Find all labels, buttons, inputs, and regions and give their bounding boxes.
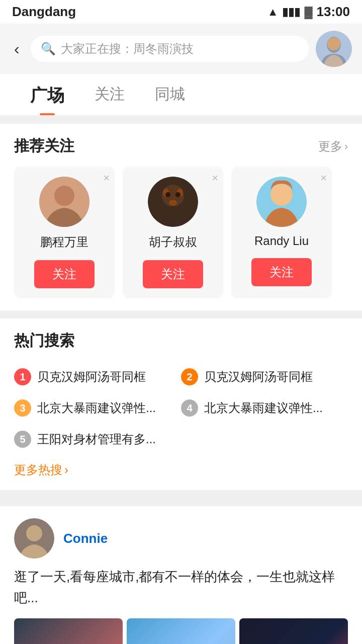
recommend-card-1: × 鹏程万里 关注 — [14, 167, 115, 298]
search-icon: 🔍 — [41, 42, 56, 56]
hot-search-section: 热门搜索 1 贝克汉姆阿汤哥同框 2 贝克汉姆阿汤哥同框 3 北京大暴雨建议弹性… — [0, 318, 362, 490]
hot-text-3: 北京大暴雨建议弹性... — [37, 400, 156, 416]
card-avatar-3 — [256, 177, 307, 227]
recommend-section: 推荐关注 更多 › × 鹏程万里 关注 × — [0, 124, 362, 310]
more-label: 更多 — [318, 138, 342, 154]
back-button[interactable]: ‹ — [10, 38, 24, 60]
card-avatar-2 — [148, 177, 198, 227]
search-placeholder: 大家正在搜：周冬雨演技 — [61, 41, 194, 57]
more-link[interactable]: 更多 › — [318, 138, 348, 154]
card-name-2: 胡子叔叔 — [149, 234, 197, 250]
hot-item-1[interactable]: 1 贝克汉姆阿汤哥同框 — [14, 361, 181, 392]
hot-text-4: 北京大暴雨建议弹性... — [204, 400, 323, 416]
feed-user-avatar[interactable] — [14, 518, 54, 558]
section-divider — [0, 490, 362, 498]
svg-point-12 — [175, 192, 180, 197]
user-avatar[interactable] — [316, 31, 352, 67]
svg-point-5 — [54, 186, 74, 206]
feed-images — [14, 618, 348, 644]
rank-badge-4: 4 — [181, 399, 198, 417]
svg-point-16 — [26, 525, 42, 541]
recommend-card-3: × Randy Liu 关注 — [231, 167, 332, 298]
card-avatar-1 — [39, 177, 89, 227]
status-icons: ▲ ▮▮▮ ▓ 13:00 — [267, 4, 350, 20]
battery-icon: ▓ — [304, 6, 312, 19]
more-hot-label: 更多热搜 — [14, 462, 62, 478]
hot-item-2[interactable]: 2 贝克汉姆阿汤哥同框 — [181, 361, 348, 392]
close-icon-3[interactable]: × — [320, 172, 327, 185]
signal-icon: ▮▮▮ — [282, 6, 300, 19]
rank-badge-1: 1 — [14, 368, 31, 385]
search-bar[interactable]: 🔍 大家正在搜：周冬雨演技 — [31, 36, 309, 62]
recommend-cards: × 鹏程万里 关注 × — [14, 167, 348, 298]
follow-button-2[interactable]: 关注 — [143, 260, 203, 288]
section-header: 推荐关注 更多 › — [14, 136, 348, 156]
rank-badge-2: 2 — [181, 368, 198, 385]
feed-header: Connie — [14, 518, 348, 558]
card-name-3: Randy Liu — [254, 234, 309, 248]
hot-search-title: 热门搜索 — [14, 331, 348, 351]
feed-post: Connie 逛了一天,看每座城市,都有不一样的体会，一生也就这样吧... 上海… — [0, 506, 362, 644]
feed-username[interactable]: Connie — [63, 531, 108, 546]
hot-text-5: 王阳对身材管理有多... — [37, 431, 156, 447]
svg-point-14 — [270, 184, 293, 206]
time: 13:00 — [317, 4, 350, 20]
feed-image-3[interactable] — [239, 618, 348, 644]
close-icon-1[interactable]: × — [103, 172, 110, 185]
follow-button-3[interactable]: 关注 — [251, 258, 312, 286]
hot-search-grid: 1 贝克汉姆阿汤哥同框 2 贝克汉姆阿汤哥同框 3 北京大暴雨建议弹性... 4… — [14, 361, 348, 455]
recommend-card-2: × 胡子叔叔 关注 — [123, 167, 223, 298]
feed-content: 逛了一天,看每座城市,都有不一样的体会，一生也就这样吧... — [14, 567, 348, 608]
recommend-title: 推荐关注 — [14, 136, 74, 156]
app-name: Dangdang — [12, 4, 76, 20]
card-name-1: 鹏程万里 — [40, 234, 88, 250]
rank-badge-3: 3 — [14, 399, 31, 417]
wifi-icon: ▲ — [267, 6, 279, 19]
hot-item-5[interactable]: 5 王阳对身材管理有多... — [14, 424, 181, 455]
follow-button-1[interactable]: 关注 — [34, 260, 95, 288]
svg-point-11 — [165, 192, 170, 197]
status-bar: Dangdang ▲ ▮▮▮ ▓ 13:00 — [0, 0, 362, 24]
feed-image-1[interactable] — [14, 618, 123, 644]
hot-text-1: 贝克汉姆阿汤哥同框 — [37, 369, 146, 385]
tab-guanzhu[interactable]: 关注 — [79, 74, 140, 115]
svg-point-10 — [169, 200, 177, 206]
svg-point-3 — [327, 37, 340, 50]
hot-item-4[interactable]: 4 北京大暴雨建议弹性... — [181, 392, 348, 424]
close-icon-2[interactable]: × — [212, 172, 218, 185]
top-nav: ‹ 🔍 大家正在搜：周冬雨演技 — [0, 24, 362, 74]
hot-item-3[interactable]: 3 北京大暴雨建议弹性... — [14, 392, 181, 424]
tab-bar: 广场 关注 同城 — [0, 74, 362, 116]
feed-image-2[interactable] — [127, 618, 235, 644]
hot-text-2: 贝克汉姆阿汤哥同框 — [204, 369, 313, 385]
tab-guangchang[interactable]: 广场 — [15, 74, 79, 115]
chevron-right-hot-icon: › — [64, 463, 68, 477]
rank-badge-5: 5 — [14, 431, 31, 448]
more-hot-link[interactable]: 更多热搜 › — [14, 462, 348, 478]
tab-tongcheng[interactable]: 同城 — [140, 74, 200, 115]
chevron-right-icon: › — [344, 140, 348, 152]
